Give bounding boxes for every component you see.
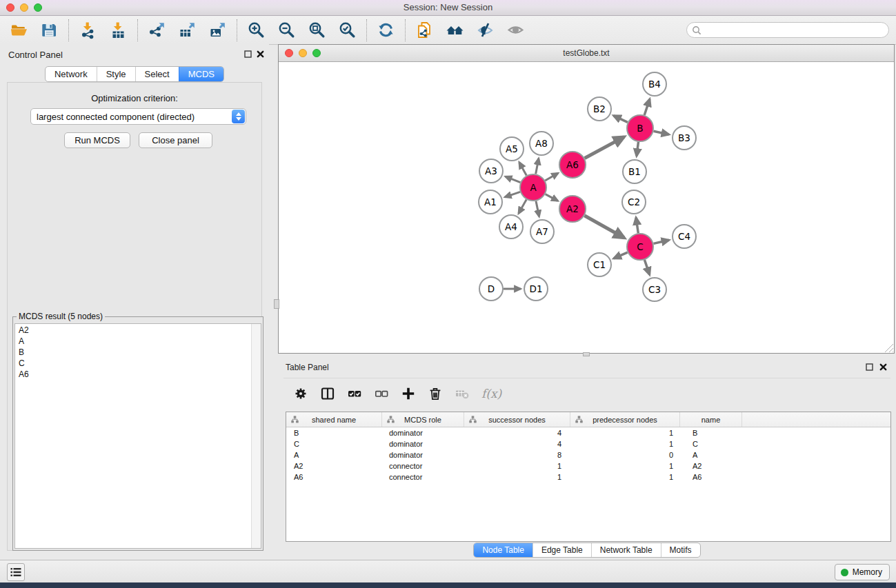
table-cell[interactable]: 8 [464,451,570,459]
graph-node-B1[interactable]: B1 [623,160,646,183]
tab-network[interactable]: Network [46,67,97,81]
table-cell[interactable]: 4 [464,429,570,437]
graph-node-D1[interactable]: D1 [524,277,548,301]
function-builder-icon-disabled[interactable]: f(x) [481,387,501,401]
graph-node-B4[interactable]: B4 [643,72,666,96]
graph-edge-A-A1[interactable] [505,192,520,196]
zoom-selected-icon[interactable] [338,21,357,39]
graph-node-A3[interactable]: A3 [479,159,503,183]
graph-node-A5[interactable]: A5 [500,137,524,161]
column-header-shared-name[interactable]: shared name [286,412,382,427]
table-cell[interactable]: dominator [382,451,464,459]
tab-node-table[interactable]: Node Table [474,543,532,557]
zoom-out-icon[interactable] [277,21,296,39]
graph-edge-A2-C[interactable] [584,216,624,238]
clone-network-icon[interactable] [415,21,434,39]
network-canvas[interactable]: B4B2BB3A8A5A6A3B1AA1C2A2A4A7C4CC1C3DD1 [279,62,894,353]
graph-edge-C-C4[interactable] [654,240,669,243]
criterion-dropdown[interactable]: largest connected component (directed) [30,108,246,125]
table-cell[interactable]: 4 [464,440,570,448]
hide-panels-icon[interactable] [476,21,495,39]
graph-node-A[interactable]: A [520,174,546,201]
mcds-result-item[interactable]: B [15,347,261,358]
zoom-fit-icon[interactable] [308,21,326,39]
close-panel-icon[interactable] [879,363,887,371]
float-panel-icon[interactable] [244,50,252,58]
table-cell[interactable]: connector [382,473,464,481]
table-cell[interactable]: 1 [570,440,680,448]
home-icon[interactable] [446,21,464,39]
export-network-icon[interactable] [148,21,166,39]
table-cell[interactable]: connector [382,462,464,470]
tab-edge-table[interactable]: Edge Table [532,543,591,557]
table-cell[interactable]: C [286,440,382,448]
table-cell[interactable]: A6 [680,473,742,481]
table-row[interactable]: A6connector11A6 [286,472,890,483]
table-cell[interactable]: A [680,451,742,459]
task-history-button[interactable] [7,563,25,581]
graph-node-A8[interactable]: A8 [530,132,553,155]
graph-edge-B-B4[interactable] [644,99,650,115]
graph-node-D[interactable]: D [479,277,503,301]
table-cell[interactable]: A2 [286,462,382,470]
tab-motifs[interactable]: Motifs [661,543,700,557]
table-cell[interactable]: 1 [570,473,680,481]
graph-edge-B-B3[interactable] [654,131,669,134]
vertical-splitter-handle[interactable] [274,299,279,309]
table-cell[interactable]: 1 [570,429,680,437]
tab-mcds[interactable]: MCDS [179,67,223,81]
horizontal-splitter-handle[interactable] [583,352,590,356]
column-header-predecessor-nodes[interactable]: predecessor nodes [570,412,680,427]
table-cell[interactable]: C [680,440,742,448]
tab-network-table[interactable]: Network Table [591,543,661,557]
export-table-icon[interactable] [178,21,197,39]
column-visibility-icon[interactable] [320,386,335,401]
graph-node-C2[interactable]: C2 [622,190,646,214]
close-panel-button[interactable]: Close panel [139,132,212,148]
memory-button[interactable]: Memory [835,564,890,580]
table-cell[interactable]: A6 [286,473,382,481]
close-panel-icon[interactable] [257,50,264,58]
graph-node-C1[interactable]: C1 [588,253,611,276]
table-row[interactable]: A2connector11A2 [286,460,890,472]
run-mcds-button[interactable]: Run MCDS [64,132,130,148]
graph-node-A4[interactable]: A4 [499,215,523,239]
graph-edge-C-C3[interactable] [644,260,649,275]
table-options-gear-icon[interactable] [293,386,308,401]
table-row[interactable]: Bdominator41B [286,427,890,438]
graph-edge-A-A8[interactable] [536,159,539,174]
import-network-icon[interactable] [79,21,97,39]
graph-node-C3[interactable]: C3 [643,278,666,301]
add-column-icon[interactable] [401,386,416,401]
graph-edge-C-C1[interactable] [614,252,628,258]
graph-edge-A-A4[interactable] [519,199,526,213]
table-cell[interactable]: dominator [382,429,464,437]
graph-edge-A6-B[interactable] [585,137,624,159]
search-input[interactable] [701,26,888,35]
graph-edge-A-A2[interactable] [546,194,558,201]
table-cell[interactable]: B [286,429,382,437]
graph-edge-A-A3[interactable] [506,176,521,183]
mcds-result-item[interactable]: A2 [15,325,261,336]
graph-edge-A-A6[interactable] [545,173,558,181]
open-session-icon[interactable] [10,21,28,39]
apply-layout-icon[interactable] [377,21,395,39]
column-header-successor-nodes[interactable]: successor nodes [464,412,570,427]
table-cell[interactable]: B [680,429,742,437]
show-panels-icon[interactable] [506,21,525,39]
tab-select[interactable]: Select [135,67,179,81]
graph-node-A6[interactable]: A6 [559,152,586,178]
graph-node-A2[interactable]: A2 [559,196,586,222]
table-cell[interactable]: A2 [680,462,742,470]
graph-node-B[interactable]: B [627,115,653,141]
graph-edge-C-C2[interactable] [636,218,638,234]
mcds-result-item[interactable]: C [15,358,261,369]
graph-node-C[interactable]: C [627,234,653,260]
graph-edge-A-A5[interactable] [519,163,527,176]
deselect-all-icon[interactable] [374,386,389,401]
column-header-name[interactable]: name [680,412,742,427]
delete-column-trash-icon[interactable] [428,386,443,401]
table-cell[interactable]: A [286,451,382,459]
table-cell[interactable]: 1 [464,462,570,470]
table-cell[interactable]: 1 [464,473,570,481]
